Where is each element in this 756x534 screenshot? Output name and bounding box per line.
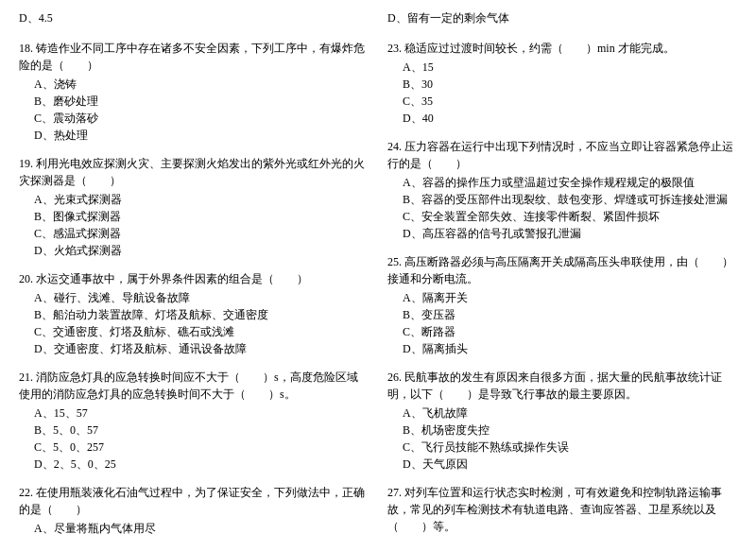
question-block: 23. 稳适应过过渡时间较长，约需（ ）min 才能完成。A、15B、30C、3…	[387, 40, 737, 127]
option-text: A、飞机故障	[387, 405, 737, 422]
question-block: 27. 对列车位置和运行状态实时检测，可有效避免和控制轨路运输事故，常见的列车检…	[387, 484, 737, 534]
left-column: D、4.518. 铸造作业不同工序中存在诸多不安全因素，下列工序中，有爆炸危险的…	[19, 9, 369, 534]
question-text: 26. 民航事故的发生有原因来自很多方面，据大量的民航事故统计证明，以下（ ）是…	[387, 369, 737, 403]
option-text: C、交通密度、灯塔及航标、礁石或浅滩	[19, 323, 369, 340]
option-text: C、断路器	[387, 323, 737, 340]
option-text: C、震动落砂	[19, 110, 369, 127]
question-text: D、留有一定的剩余气体	[387, 9, 737, 26]
question-block: 22. 在使用瓶装液化石油气过程中，为了保证安全，下列做法中，正确的是（ ）A、…	[19, 484, 369, 534]
option-text: B、变压器	[387, 306, 737, 323]
question-block: 24. 压力容器在运行中出现下列情况时，不应当立即让容器紧急停止运行的是（ ）A…	[387, 138, 737, 242]
option-text: B、机场密度失控	[387, 422, 737, 439]
option-text: B、容器的受压部件出现裂纹、鼓包变形、焊缝或可拆连接处泄漏	[387, 191, 737, 208]
question-block: D、4.5	[19, 9, 369, 28]
option-text: B、5、0、57	[19, 422, 369, 439]
option-text: B、图像式探测器	[19, 208, 369, 225]
option-text: C、飞行员技能不熟练或操作失误	[387, 439, 737, 456]
option-text: D、40	[387, 110, 737, 127]
question-text: 21. 消防应急灯具的应急转换时间应不大于（ ）s，高度危险区域使用的消防应急灯…	[19, 369, 369, 403]
option-text: A、光束式探测器	[19, 191, 369, 208]
option-text: D、高压容器的信号孔或警报孔泄漏	[387, 225, 737, 242]
question-text: 25. 高压断路器必须与高压隔离开关成隔高压头串联使用，由（ ）接通和分断电流。	[387, 253, 737, 287]
option-text: A、15	[387, 59, 737, 76]
option-text: B、磨砂处理	[19, 93, 369, 110]
question-text: 24. 压力容器在运行中出现下列情况时，不应当立即让容器紧急停止运行的是（ ）	[387, 138, 737, 172]
option-text: A、容器的操作压力或壁温超过安全操作规程规定的极限值	[387, 174, 737, 191]
option-text: D、2、5、0、25	[19, 456, 369, 473]
option-text: A、15、57	[19, 405, 369, 422]
question-block: 19. 利用光电效应探测火灾、主要探测火焰发出的紫外光或红外光的火灾探测器是（ …	[19, 155, 369, 259]
option-text: A、隔离开关	[387, 289, 737, 306]
right-column: D、留有一定的剩余气体23. 稳适应过过渡时间较长，约需（ ）min 才能完成。…	[387, 9, 737, 534]
option-text: A、尽量将瓶内气体用尽	[19, 520, 369, 534]
option-text: A、浇铸	[19, 76, 369, 93]
question-block: 25. 高压断路器必须与高压隔离开关成隔高压头串联使用，由（ ）接通和分断电流。…	[387, 253, 737, 357]
question-text: D、4.5	[19, 9, 369, 26]
question-text: 19. 利用光电效应探测火灾、主要探测火焰发出的紫外光或红外光的火灾探测器是（ …	[19, 155, 369, 189]
option-text: C、感温式探测器	[19, 225, 369, 242]
question-text: 20. 水运交通事故中，属于外界条件因素的组合是（ ）	[19, 270, 369, 287]
question-block: D、留有一定的剩余气体	[387, 9, 737, 28]
question-block: 21. 消防应急灯具的应急转换时间应不大于（ ）s，高度危险区域使用的消防应急灯…	[19, 369, 369, 473]
option-text: D、天气原因	[387, 456, 737, 473]
option-text: D、热处理	[19, 127, 369, 144]
option-text: D、交通密度、灯塔及航标、通讯设备故障	[19, 340, 369, 357]
question-text: 22. 在使用瓶装液化石油气过程中，为了保证安全，下列做法中，正确的是（ ）	[19, 484, 369, 518]
question-block: 26. 民航事故的发生有原因来自很多方面，据大量的民航事故统计证明，以下（ ）是…	[387, 369, 737, 473]
option-text: C、安全装置全部失效、连接零件断裂、紧固件损坏	[387, 208, 737, 225]
question-block: 18. 铸造作业不同工序中存在诸多不安全因素，下列工序中，有爆炸危险的是（ ）A…	[19, 40, 369, 144]
option-text: C、35	[387, 93, 737, 110]
option-text: B、船泊动力装置故障、灯塔及航标、交通密度	[19, 306, 369, 323]
option-text: B、30	[387, 76, 737, 93]
option-text: D、隔离插头	[387, 340, 737, 357]
option-text: C、5、0、257	[19, 439, 369, 456]
columns: D、4.518. 铸造作业不同工序中存在诸多不安全因素，下列工序中，有爆炸危险的…	[19, 9, 737, 534]
question-text: 23. 稳适应过过渡时间较长，约需（ ）min 才能完成。	[387, 40, 737, 57]
question-block: 20. 水运交通事故中，属于外界条件因素的组合是（ ）A、碰行、浅滩、导航设备故…	[19, 270, 369, 357]
option-text: A、碰行、浅滩、导航设备故障	[19, 289, 369, 306]
option-text: D、火焰式探测器	[19, 242, 369, 259]
page-container: D、4.518. 铸造作业不同工序中存在诸多不安全因素，下列工序中，有爆炸危险的…	[19, 9, 737, 534]
question-text: 27. 对列车位置和运行状态实时检测，可有效避免和控制轨路运输事故，常见的列车检…	[387, 484, 737, 534]
question-text: 18. 铸造作业不同工序中存在诸多不安全因素，下列工序中，有爆炸危险的是（ ）	[19, 40, 369, 74]
